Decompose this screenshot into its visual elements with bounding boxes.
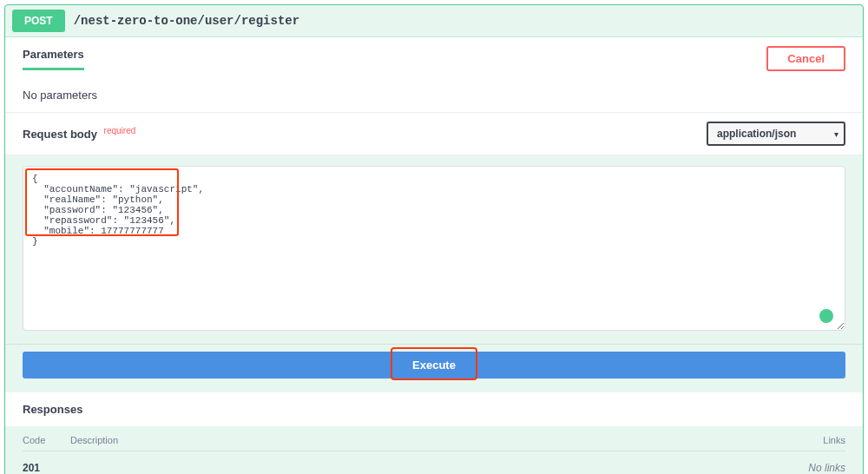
response-code: 201 — [23, 462, 70, 474]
endpoint-path: /nest-zero-to-one/user/register — [74, 14, 299, 28]
header-links: Links — [776, 435, 845, 445]
request-body-bar: Request body required application/json ▾ — [5, 112, 863, 155]
content-type-select[interactable]: application/json — [707, 122, 845, 146]
no-parameters-text: No parameters — [5, 78, 863, 112]
responses-table: Code Description Links 201 No links — [5, 426, 863, 474]
request-body-textarea[interactable] — [23, 166, 845, 331]
execute-section: Execute — [5, 344, 863, 392]
parameters-section-bar: Parameters Cancel — [5, 37, 863, 78]
responses-header-row: Code Description Links — [23, 426, 845, 451]
operation-summary[interactable]: POST /nest-zero-to-one/user/register — [5, 5, 863, 37]
execute-button[interactable]: Execute — [23, 352, 845, 379]
cancel-button[interactable]: Cancel — [766, 46, 845, 71]
response-description — [70, 462, 776, 474]
responses-title: Responses — [5, 392, 863, 426]
table-row: 201 No links — [23, 451, 845, 474]
operation-block: POST /nest-zero-to-one/user/register Par… — [4, 4, 864, 474]
request-body-label: Request body — [23, 128, 97, 142]
response-links: No links — [776, 462, 845, 474]
request-body-area — [5, 155, 863, 344]
parameters-title: Parameters — [23, 48, 84, 70]
required-tag: required — [104, 126, 136, 135]
http-method-badge: POST — [12, 10, 65, 32]
header-description: Description — [70, 435, 776, 445]
header-code: Code — [23, 435, 70, 445]
